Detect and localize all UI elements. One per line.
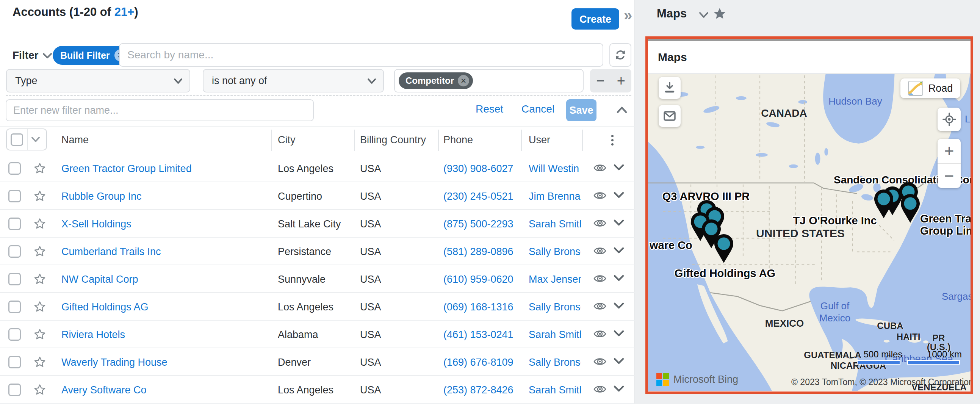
view-eye-icon[interactable] (593, 356, 607, 366)
account-name-link[interactable]: Waverly Trading House (61, 356, 167, 368)
phone-link[interactable]: (253) 872-8426 (443, 384, 514, 396)
collapse-filter-icon[interactable] (616, 106, 628, 114)
row-chevron-icon[interactable] (613, 330, 625, 337)
row-checkbox[interactable] (8, 383, 21, 396)
column-header-billing-country[interactable]: Billing Country (360, 134, 426, 146)
phone-link[interactable]: (930) 908-6027 (443, 163, 514, 175)
account-name-link[interactable]: Cumberland Trails Inc (61, 246, 161, 258)
remove-condition-button[interactable]: − (590, 69, 611, 92)
save-filter-button[interactable]: Save (566, 99, 597, 121)
row-chevron-icon[interactable] (613, 274, 625, 282)
email-map-button[interactable] (659, 105, 681, 127)
star-icon[interactable] (33, 356, 46, 368)
user-link[interactable]: Will Westin (529, 163, 579, 175)
view-eye-icon[interactable] (593, 274, 607, 283)
row-checkbox[interactable] (8, 356, 21, 368)
user-link[interactable]: Sally Bronse (529, 356, 581, 368)
filter-field-select[interactable]: Type (6, 69, 190, 92)
view-eye-icon[interactable] (593, 329, 607, 339)
search-input[interactable] (119, 43, 603, 67)
dashlet-caret-icon[interactable] (698, 11, 709, 19)
row-checkbox[interactable] (8, 273, 21, 285)
map-pin[interactable] (900, 193, 921, 226)
phone-link[interactable]: (581) 289-0896 (443, 246, 514, 258)
chevron-down-icon[interactable] (31, 137, 40, 143)
filter-operator-select[interactable]: is not any of (203, 69, 384, 92)
cancel-link[interactable]: Cancel (522, 103, 554, 115)
row-checkbox[interactable] (8, 328, 21, 341)
account-name-link[interactable]: X-Sell Holdings (61, 218, 132, 230)
phone-link[interactable]: (461) 153-0241 (443, 329, 514, 341)
row-chevron-icon[interactable] (613, 191, 625, 199)
map-pin[interactable] (873, 189, 894, 221)
phone-link[interactable]: (169) 676-8109 (443, 356, 514, 368)
row-checkbox[interactable] (8, 190, 21, 202)
account-name-link[interactable]: Avery Software Co (61, 384, 147, 396)
row-chevron-icon[interactable] (613, 302, 625, 310)
locate-me-button[interactable] (937, 108, 961, 131)
select-all-combo[interactable] (6, 129, 47, 151)
create-button[interactable]: Create (571, 8, 619, 30)
user-link[interactable]: Sally Bronse (529, 301, 581, 313)
star-icon[interactable] (33, 218, 46, 230)
user-link[interactable]: Jim Brennar (529, 191, 581, 202)
column-header-city[interactable]: City (278, 134, 296, 146)
user-link[interactable]: Sarah Smith (529, 218, 581, 230)
user-link[interactable]: Sarah Smith (529, 329, 581, 341)
star-icon[interactable] (33, 190, 46, 202)
row-chevron-icon[interactable] (613, 219, 625, 227)
download-map-button[interactable] (659, 77, 681, 99)
dashlet-title-maps[interactable]: Maps (657, 7, 687, 21)
account-name-link[interactable]: Rubble Group Inc (61, 191, 142, 202)
filter-dropdown-label[interactable]: Filter (13, 49, 38, 61)
phone-link[interactable]: (230) 245-0521 (443, 191, 514, 202)
phone-link[interactable]: (875) 500-2293 (443, 218, 514, 230)
account-name-link[interactable]: Green Tractor Group Limited (61, 163, 192, 175)
row-checkbox[interactable] (8, 301, 21, 313)
row-checkbox[interactable] (8, 218, 21, 230)
map-style-road-button[interactable]: Road (900, 78, 960, 98)
phone-link[interactable]: (610) 959-0620 (443, 274, 514, 285)
filter-name-input[interactable] (6, 99, 314, 121)
favorite-star-icon[interactable] (713, 7, 727, 21)
user-link[interactable]: Max Jensen (529, 274, 581, 285)
star-icon[interactable] (33, 301, 46, 313)
view-eye-icon[interactable] (593, 384, 607, 394)
select-all-checkbox[interactable] (11, 134, 23, 146)
reset-link[interactable]: Reset (476, 103, 503, 115)
zoom-in-button[interactable]: + (937, 139, 961, 164)
star-icon[interactable] (33, 383, 46, 396)
account-name-link[interactable]: Riviera Hotels (61, 329, 125, 341)
account-name-link[interactable]: Gifted Holdings AG (61, 301, 148, 313)
user-link[interactable]: Sally Bronse (529, 246, 581, 258)
competitor-tag[interactable]: Competitor ✕ (399, 72, 473, 89)
record-count[interactable]: 21+ (115, 5, 135, 19)
view-eye-icon[interactable] (593, 301, 607, 311)
add-condition-button[interactable]: + (611, 69, 632, 92)
filter-caret-icon[interactable] (43, 52, 52, 59)
expand-panel-icon[interactable]: » (624, 7, 632, 24)
view-eye-icon[interactable] (593, 218, 607, 228)
star-icon[interactable] (33, 328, 46, 341)
row-chevron-icon[interactable] (613, 164, 625, 171)
star-icon[interactable] (33, 245, 46, 258)
user-link[interactable]: Sarah Smith (529, 384, 581, 396)
row-checkbox[interactable] (8, 245, 21, 258)
account-name-link[interactable]: NW Capital Corp (61, 274, 138, 285)
filter-value-input[interactable]: Competitor ✕ (394, 69, 584, 92)
view-eye-icon[interactable] (593, 191, 607, 200)
row-chevron-icon[interactable] (613, 357, 625, 365)
row-chevron-icon[interactable] (613, 247, 625, 254)
column-header-phone[interactable]: Phone (443, 134, 473, 146)
row-chevron-icon[interactable] (613, 385, 625, 393)
phone-link[interactable]: (069) 168-1316 (443, 301, 514, 313)
star-icon[interactable] (33, 273, 46, 285)
view-eye-icon[interactable] (593, 163, 607, 173)
view-eye-icon[interactable] (593, 246, 607, 256)
column-header-user[interactable]: User (529, 134, 550, 146)
zoom-out-button[interactable]: − (937, 164, 961, 188)
bing-map[interactable]: Hudson Bay CANADA Lab UNITED STATES Sarg… (648, 74, 970, 391)
remove-tag-icon[interactable]: ✕ (458, 75, 469, 86)
star-icon[interactable] (33, 162, 46, 175)
refresh-button[interactable] (609, 43, 632, 67)
